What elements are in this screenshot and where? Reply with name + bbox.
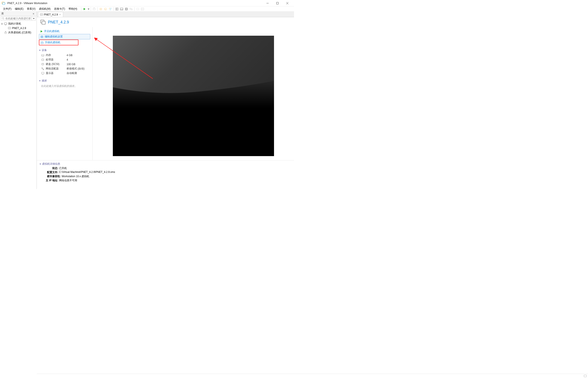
tree-shared-vms[interactable]: 共享虚拟机 (已弃用) [0, 30, 37, 35]
svg-rect-1 [3, 3, 5, 4]
vm-info-panel: 开启此虚拟机 编辑虚拟机设置 升级此虚拟机 [37, 27, 93, 160]
svg-point-14 [109, 8, 110, 9]
tool-view-thumbnails-icon[interactable] [115, 7, 119, 11]
play-dropdown[interactable] [87, 7, 90, 11]
triangle-icon: ▼ [39, 163, 41, 165]
svg-rect-37 [41, 14, 42, 15]
tool-snapshot-icon[interactable] [92, 7, 96, 11]
svg-rect-26 [141, 8, 144, 10]
svg-marker-7 [88, 9, 89, 10]
svg-rect-41 [41, 36, 43, 38]
library-search-input[interactable] [5, 17, 30, 20]
action-edit-settings[interactable]: 编辑虚拟机设置 [39, 34, 90, 39]
menu-vm[interactable]: 虚拟机(M) [37, 6, 52, 11]
app-icon [2, 1, 5, 5]
device-memory[interactable]: 内存 4 GB [39, 53, 90, 57]
minimize-button[interactable] [263, 0, 273, 6]
status-bar [37, 374, 588, 378]
svg-rect-3 [277, 2, 278, 4]
hdd-icon [41, 63, 44, 66]
search-dropdown[interactable] [32, 16, 36, 21]
library-search[interactable] [1, 16, 31, 21]
memory-icon [41, 54, 44, 57]
menu-tabs[interactable]: 选项卡(T) [52, 6, 67, 11]
content-area: PNET_4.2.9 × PNET_4.2.9 开启此虚拟机 [37, 12, 294, 189]
network-icon [41, 67, 44, 70]
svg-rect-25 [137, 8, 139, 10]
vm-screen [113, 36, 274, 156]
library-title: 库 [1, 12, 32, 15]
svg-rect-56 [43, 69, 44, 70]
svg-rect-49 [42, 59, 44, 61]
tab-close-icon[interactable]: × [59, 13, 61, 16]
tree-vm-pnet[interactable]: PNET_4.2.9 [4, 26, 37, 30]
devices-section-header[interactable]: ▼ 设备 [39, 48, 90, 53]
menu-bar: 文件(F) 编辑(E) 查看(V) 虚拟机(M) 选项卡(T) 帮助(H) [0, 6, 294, 12]
menu-help[interactable]: 帮助(H) [67, 6, 79, 11]
tool-view-console-icon[interactable] [119, 7, 124, 11]
tool-snap-revert-icon[interactable] [103, 7, 108, 11]
device-display[interactable]: 显示器 自动检测 [39, 71, 90, 75]
description-section-header[interactable]: ▼ 描述 [39, 78, 90, 83]
play-button[interactable] [82, 7, 87, 11]
menu-edit[interactable]: 编辑(E) [13, 6, 25, 11]
vm-preview [93, 27, 294, 160]
svg-point-54 [42, 63, 44, 64]
maximize-button[interactable] [273, 0, 282, 6]
tree-toggle-icon[interactable]: ⊟ [1, 23, 3, 25]
tab-strip: PNET_4.2.9 × [37, 12, 294, 17]
device-network[interactable]: 网络适配器 桥接模式 (自动) [39, 67, 90, 71]
svg-rect-44 [41, 55, 44, 56]
tree-my-computer[interactable]: ⊟ 我的计算机 [0, 22, 37, 26]
svg-rect-23 [130, 8, 131, 9]
svg-rect-8 [93, 8, 95, 10]
tool-snap-manage-icon[interactable] [108, 7, 113, 11]
svg-rect-19 [120, 8, 123, 10]
vm-icon [8, 27, 11, 30]
library-close-icon[interactable]: × [32, 12, 35, 15]
shared-icon [4, 31, 7, 34]
svg-rect-33 [9, 27, 10, 29]
tab-pnet[interactable]: PNET_4.2.9 × [38, 12, 63, 17]
status-corner-icon [584, 375, 587, 378]
svg-rect-55 [42, 68, 42, 68]
vm-title: PNET_4.2.9 [48, 20, 69, 25]
svg-marker-40 [41, 30, 42, 32]
svg-rect-61 [584, 375, 587, 377]
title-bar: PNET_4.2.9 - VMware Workstation [0, 0, 294, 6]
detail-state: 状态: 已关机 [39, 166, 291, 170]
action-upgrade-vm[interactable]: 升级此虚拟机 [39, 40, 78, 45]
vm-header: PNET_4.2.9 [37, 17, 294, 27]
triangle-icon: ▼ [39, 49, 41, 51]
vm-details: ▼ 虚拟机详细信息 状态: 已关机 配置文件: C:\Virtual Machi… [37, 160, 294, 189]
menu-file[interactable]: 文件(F) [1, 6, 13, 11]
menu-view[interactable]: 查看(V) [25, 6, 37, 11]
tool-stretch-icon[interactable] [135, 7, 140, 11]
svg-marker-29 [33, 18, 35, 19]
tool-fullscreen-icon[interactable] [124, 7, 129, 11]
tool-enter-icon[interactable] [140, 7, 145, 11]
svg-rect-30 [4, 23, 7, 25]
svg-point-15 [110, 8, 112, 9]
svg-rect-9 [94, 8, 94, 8]
svg-point-27 [2, 17, 4, 19]
svg-marker-6 [84, 8, 86, 10]
triangle-icon: ▼ [39, 80, 41, 82]
svg-rect-17 [116, 8, 117, 10]
action-power-on[interactable]: 开启此虚拟机 [39, 29, 90, 34]
device-processor[interactable]: 处理器 4 [39, 57, 90, 62]
svg-point-16 [110, 9, 111, 10]
tool-unity-icon[interactable] [129, 7, 133, 11]
description-placeholder[interactable]: 在此处键入对该虚拟机的描述。 [39, 83, 90, 88]
svg-rect-24 [131, 9, 132, 10]
tool-snap-new-icon[interactable] [98, 7, 103, 11]
display-icon [41, 72, 44, 75]
tab-label: PNET_4.2.9 [44, 13, 58, 16]
svg-point-13 [105, 8, 107, 10]
details-section-header[interactable]: ▼ 虚拟机详细信息 [39, 162, 291, 166]
close-button[interactable] [282, 0, 292, 6]
svg-rect-22 [126, 8, 127, 10]
vm-header-icon [40, 19, 46, 25]
device-disk[interactable]: 硬盘 (SCSI) 100 GB [39, 62, 90, 67]
svg-line-28 [4, 19, 4, 20]
